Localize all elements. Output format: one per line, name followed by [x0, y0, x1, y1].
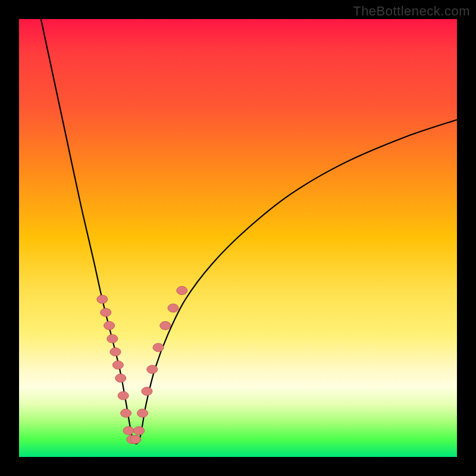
curve-marker [110, 347, 121, 356]
curve-marker [107, 334, 118, 343]
curve-marker [121, 409, 131, 417]
curve-marker [130, 436, 141, 444]
marker-group [97, 286, 187, 443]
curve-marker [147, 365, 158, 374]
curve-marker [168, 304, 178, 312]
curve-marker [97, 295, 108, 303]
curve-marker [137, 409, 148, 417]
curve-marker [118, 392, 129, 400]
curve-marker [123, 427, 134, 435]
chart-frame: TheBottleneck.com [0, 0, 476, 476]
curve-marker [101, 308, 111, 317]
curve-marker [104, 321, 115, 330]
curve-marker [177, 286, 187, 295]
watermark-text: TheBottleneck.com [353, 4, 470, 19]
curve-marker [112, 361, 123, 369]
curve-layer [19, 19, 457, 457]
curve-marker [134, 427, 145, 435]
curve-marker [115, 374, 126, 383]
curve-marker [160, 321, 171, 330]
plot-area [19, 19, 457, 457]
bottleneck-curve [41, 19, 457, 444]
curve-marker [153, 343, 164, 352]
curve-marker [142, 387, 152, 396]
